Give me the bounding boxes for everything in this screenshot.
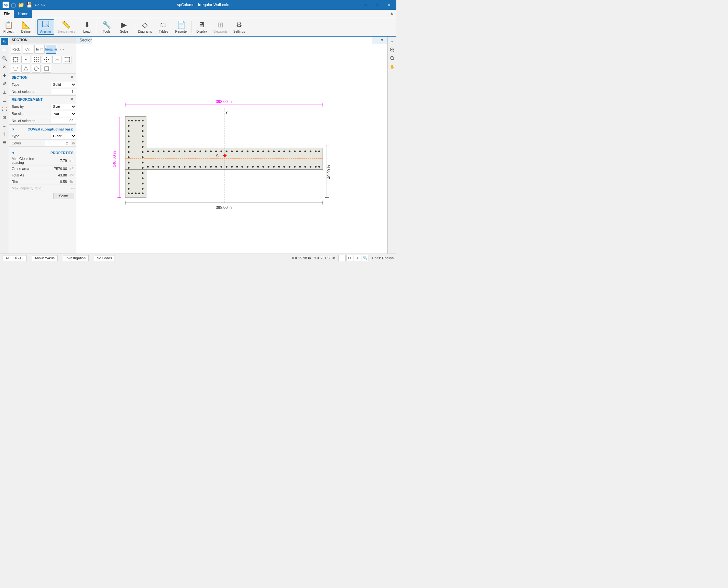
svg-point-76 — [128, 162, 129, 163]
grid-rebar-btn[interactable] — [11, 56, 20, 63]
trapez-btn[interactable] — [11, 65, 20, 72]
svg-point-112 — [246, 151, 248, 152]
section-type-row: Type Solid — [9, 81, 76, 88]
rt-zoomout-btn[interactable] — [389, 55, 396, 62]
section-icon — [42, 20, 49, 29]
rt-home-btn[interactable]: ⌂ — [389, 38, 396, 45]
status-loads[interactable]: No Loads — [94, 255, 115, 261]
ribbon-sep-4 — [192, 21, 192, 33]
x-coord: X = 25.98 in — [292, 256, 311, 260]
ribbon-tables[interactable]: 🗂 Tables — [155, 19, 172, 35]
move-tool-btn[interactable]: ✕ — [1, 63, 8, 70]
select-tool-btn[interactable]: ↖ — [1, 38, 8, 45]
rebar-patterns-row2 — [9, 64, 76, 73]
menu-tool-btn[interactable]: ☰ — [1, 139, 8, 146]
zoom-icon-btn[interactable]: 🔍 — [362, 255, 369, 261]
grid-icon-btn[interactable]: ⊞ — [338, 255, 346, 261]
ribbon-diagrams[interactable]: ◇ Diagrams — [136, 19, 155, 35]
ribbon-tools[interactable]: 🔧 Tools — [98, 19, 115, 35]
svg-point-81 — [142, 172, 144, 174]
zoom-tool-btn[interactable]: 🔍 — [1, 55, 8, 62]
single-rebar-btn[interactable] — [21, 56, 30, 63]
ribbon-slenderness[interactable]: 📏 Slenderness — [55, 19, 78, 35]
ribbon-project[interactable]: 📋 Project — [0, 19, 17, 35]
svg-point-8 — [13, 62, 14, 62]
cover-title[interactable]: ▼ COVER (Longitudinal bars) — [9, 126, 76, 132]
cir-shape-btn[interactable]: Cir. — [23, 45, 33, 54]
pattern4-rebar-btn[interactable] — [52, 56, 62, 63]
svg-point-136 — [194, 166, 196, 167]
canvas-area: Section - Irregular ▼ 398.00 in 140.00 i… — [76, 37, 387, 254]
pan-tool-btn[interactable]: ✚ — [1, 71, 8, 79]
to-irr-shape-btn[interactable]: To Irr. — [34, 45, 45, 54]
svg-point-110 — [236, 151, 238, 152]
ribbon-load[interactable]: ⬇ Load — [79, 19, 95, 35]
rt-zoomin-btn[interactable] — [389, 46, 396, 54]
ribbon-settings[interactable]: ⚙ Settings — [231, 19, 247, 35]
detail-tool-btn[interactable]: ⊡ — [1, 114, 8, 121]
menu-home[interactable]: Home — [14, 10, 32, 18]
snap-icon-btn[interactable]: ⊟ — [346, 255, 353, 261]
bars-by-dropdown[interactable]: Size — [50, 104, 76, 109]
maximize-button[interactable]: □ — [373, 2, 381, 8]
status-mode[interactable]: Investigation — [63, 255, 89, 261]
rt-pan-btn[interactable]: ✋ — [389, 63, 396, 70]
svg-point-5 — [18, 57, 18, 58]
ribbon-define[interactable]: 📐 Define — [18, 19, 34, 35]
properties-title[interactable]: ▼ PROPERTIES — [9, 150, 76, 156]
rein-nosel-label: No. of selected — [9, 118, 50, 123]
cover-type-dropdown[interactable]: Clear — [50, 133, 76, 139]
ribbon-section[interactable]: Section — [37, 19, 54, 35]
list-tool-btn[interactable]: ≡ — [1, 122, 8, 129]
ribbon-reporter[interactable]: 📄 Reporter — [173, 19, 190, 35]
reinforcement-close-btn[interactable]: ✕ — [70, 97, 73, 102]
svg-point-135 — [189, 166, 191, 167]
pattern5-rebar-btn[interactable] — [63, 56, 72, 63]
svg-point-116 — [268, 151, 269, 152]
svg-point-118 — [278, 151, 280, 152]
window-controls: ─ □ ✕ — [361, 2, 394, 8]
cover-unit: in — [70, 141, 76, 146]
rotate-tool-btn[interactable]: ↺ — [1, 80, 8, 87]
title-bar: sp ▢ 📁 💾 ↩ ↪ spColumn - Irregular Wall.c… — [0, 0, 396, 10]
status-axis[interactable]: About Y-Axis — [32, 255, 58, 261]
svg-point-109 — [231, 151, 233, 152]
section-panel-header: SECTION — [9, 37, 76, 43]
solve-icon: ▶ — [121, 21, 127, 29]
ribbon-collapse-btn[interactable]: ▲ — [387, 10, 396, 18]
measure-tool-btn[interactable]: ⊢ — [1, 46, 8, 54]
bar-size-dropdown[interactable]: -var- — [50, 111, 76, 117]
shape-tool-btn[interactable]: ▭ — [1, 97, 8, 104]
rect-shape-btn[interactable]: Rect. — [11, 45, 21, 54]
menu-file[interactable]: File — [0, 10, 14, 18]
minimize-button[interactable]: ─ — [361, 2, 370, 8]
section-type-dropdown[interactable]: Solid — [50, 82, 76, 87]
ribbon-viewports[interactable]: ⊞ Viewports — [211, 19, 230, 35]
triangle-btn[interactable] — [21, 65, 30, 72]
ribbon-solve[interactable]: ▶ Solve — [116, 19, 133, 35]
circle-btn[interactable] — [32, 65, 41, 72]
ribbon-display[interactable]: 🖥 Display — [193, 19, 210, 35]
pattern3-rebar-btn[interactable] — [42, 56, 51, 63]
svg-point-126 — [318, 151, 320, 152]
status-standard[interactable]: ACI 318-19 — [3, 255, 26, 261]
irregular-shape-btn[interactable]: Irregular — [46, 45, 56, 54]
up-tool-btn[interactable]: ⇑ — [1, 130, 8, 138]
cover-type-label: Type — [9, 133, 50, 139]
section-props-title[interactable]: SECTION ✕ — [9, 74, 76, 81]
rebar-tool-btn[interactable]: ⋮⋮ — [1, 105, 8, 112]
solve-button[interactable]: Solve — [53, 193, 73, 199]
ortho-icon-btn[interactable]: + — [354, 255, 361, 261]
close-button[interactable]: ✕ — [384, 2, 394, 8]
dimension-tool-btn[interactable]: ⊥ — [1, 88, 8, 96]
pattern2-rebar-btn[interactable] — [32, 56, 41, 63]
section-close-btn[interactable]: ✕ — [70, 75, 73, 80]
svg-point-97 — [168, 151, 170, 152]
expand-icon: ▼ — [12, 128, 15, 131]
more-shapes-btn[interactable]: ··· — [58, 45, 67, 54]
svg-point-9 — [15, 62, 16, 62]
svg-point-67 — [142, 135, 144, 137]
gross-area-value: 7576.00 — [49, 166, 68, 171]
rect2-btn[interactable] — [42, 65, 51, 72]
reinforcement-title[interactable]: REINFORCEMENT ✕ — [9, 96, 76, 103]
